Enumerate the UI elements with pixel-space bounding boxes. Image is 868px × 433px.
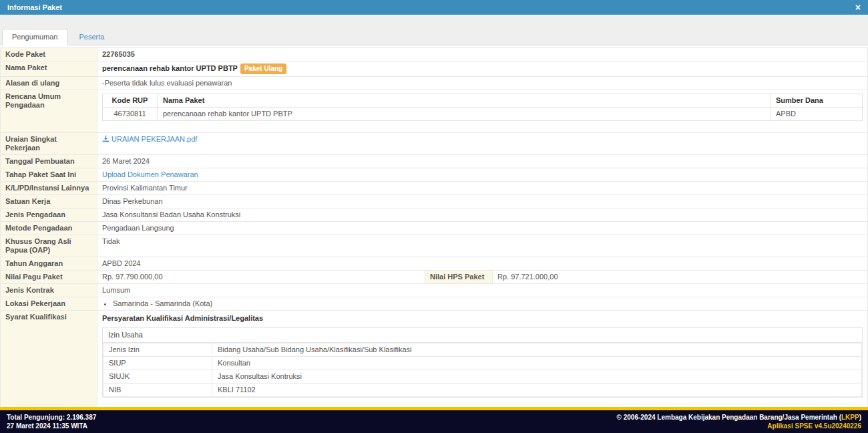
tahap-paket-link[interactable]: Upload Dokumen Penawaran bbox=[102, 170, 198, 178]
rup-header-row: Kode RUP Nama Paket Sumber Dana bbox=[103, 94, 863, 108]
modal-title: Informasi Paket bbox=[7, 3, 62, 11]
jenis-kontrak-value: Lumsum bbox=[97, 284, 868, 297]
tahap-label: Tahap Paket Saat Ini bbox=[1, 168, 97, 182]
row-jenis-kontrak: Jenis Kontrak Lumsum bbox=[1, 284, 868, 297]
row-nilai-paket: Nilai Pagu Paket Rp. 97.790.000,00 Nilai… bbox=[1, 271, 868, 284]
tab-peserta[interactable]: Peserta bbox=[69, 29, 115, 45]
row-lokasi-pekerjaan: Lokasi Pekerjaan Samarinda - Samarinda (… bbox=[1, 297, 868, 311]
rup-table: Kode RUP Nama Paket Sumber Dana 46730811… bbox=[102, 94, 863, 121]
rup-sumber-value: APBD bbox=[771, 108, 863, 121]
footer-datetime: 27 Maret 2024 11:35 WITA bbox=[7, 422, 96, 430]
row-kode-paket: Kode Paket 22765035 bbox=[1, 48, 868, 61]
klpd-label: K/L/PD/Instansi Lainnya bbox=[1, 182, 97, 195]
row-satuan-kerja: Satuan Kerja Dinas Perkebunan bbox=[1, 195, 868, 208]
row-tahap-paket: Tahap Paket Saat Ini Upload Dokumen Pena… bbox=[1, 168, 868, 182]
row-syarat-kualifikasi: Syarat Kualifikasi Persyaratan Kualifika… bbox=[1, 311, 868, 408]
metode-label: Metode Pengadaan bbox=[1, 222, 97, 235]
izin-row-nib: NIB KBLI 71102 bbox=[103, 384, 862, 397]
copyright-close: ) bbox=[859, 414, 861, 421]
jenis-kontrak-label: Jenis Kontrak bbox=[1, 284, 97, 297]
nama-paket-label: Nama Paket bbox=[1, 61, 97, 77]
izin-usaha-title: Izin Usaha bbox=[103, 328, 862, 343]
nama-paket-value: perencanaan rehab kantor UPTD PBTP bbox=[102, 64, 238, 72]
rup-header-kode: Kode RUP bbox=[103, 94, 158, 108]
rup-kode-value: 46730811 bbox=[103, 108, 158, 121]
izin-siujk-value: Jasa Konsultasi Kontruksi bbox=[212, 370, 862, 384]
tab-pengumuman[interactable]: Pengumuman bbox=[2, 29, 68, 45]
footer-copyright: © 2006-2024 Lembaga Kebijakan Pengadaan … bbox=[617, 413, 861, 422]
tahun-label: Tahun Anggaran bbox=[1, 257, 97, 271]
klpd-value: Provinsi Kalimantan Timur bbox=[97, 182, 868, 195]
rup-label: Rencana Umum Pengadaan bbox=[1, 90, 97, 133]
kode-paket-label: Kode Paket bbox=[1, 48, 97, 61]
uraian-pekerjaan-link[interactable]: URAIAN PEKERJAAN.pdf bbox=[102, 135, 197, 143]
copyright-text: © 2006-2024 Lembaga Kebijakan Pengadaan … bbox=[617, 414, 841, 421]
package-info-table: Kode Paket 22765035 Nama Paket perencana… bbox=[0, 47, 868, 407]
nilai-pagu-value: Rp. 97.790.000,00 bbox=[97, 271, 425, 284]
izin-nib-value: KBLI 71102 bbox=[212, 384, 862, 397]
kode-paket-value: 22765035 bbox=[97, 48, 868, 61]
row-tanggal-pembuatan: Tanggal Pembuatan 26 Maret 2024 bbox=[1, 155, 868, 168]
row-metode-pengadaan: Metode Pengadaan Pengadaan Langsung bbox=[1, 222, 868, 235]
modal-header: Informasi Paket × bbox=[0, 0, 868, 15]
lkpp-link[interactable]: LKPP bbox=[841, 414, 859, 421]
uraian-cell: URAIAN PEKERJAAN.pdf bbox=[97, 133, 868, 155]
jenis-pengadaan-value: Jasa Konsultansi Badan Usaha Konstruksi bbox=[97, 208, 868, 222]
satuan-kerja-value: Dinas Perkebunan bbox=[97, 195, 868, 208]
satuan-kerja-label: Satuan Kerja bbox=[1, 195, 97, 208]
rup-cell: Kode RUP Nama Paket Sumber Dana 46730811… bbox=[97, 90, 868, 133]
rup-nama-value: perencanaan rehab kantor UPTD PBTP bbox=[158, 108, 771, 121]
alasan-value: -Peserta tidak lulus evaluasi penawaran bbox=[97, 77, 868, 90]
izin-siup-value: Konsultan bbox=[212, 357, 862, 370]
close-icon[interactable]: × bbox=[855, 3, 861, 12]
lokasi-cell: Samarinda - Samarinda (Kota) bbox=[97, 297, 868, 311]
izin-row-siujk: SIUJK Jasa Konsultasi Kontruksi bbox=[103, 370, 862, 384]
izin-usaha-box: Izin Usaha Jenis Izin Bidang Usaha/Sub B… bbox=[102, 327, 863, 398]
kualifikasi-heading: Persyaratan Kualifikasi Administrasi/Leg… bbox=[102, 314, 863, 323]
download-icon bbox=[102, 135, 110, 142]
row-klpd: K/L/PD/Instansi Lainnya Provinsi Kaliman… bbox=[1, 182, 868, 195]
alasan-label: Alasan di ulang bbox=[1, 77, 97, 90]
izin-header-bidang: Bidang Usaha/Sub Bidang Usaha/Klasifikas… bbox=[212, 343, 862, 357]
footer-left: Total Pengunjung: 2.196.387 27 Maret 202… bbox=[7, 413, 96, 433]
app-version: Aplikasi SPSE v4.5u20240226 bbox=[617, 422, 861, 430]
nilai-pagu-label: Nilai Pagu Paket bbox=[1, 271, 97, 284]
uraian-label: Uraian Singkat Pekerjaan bbox=[1, 133, 97, 155]
rup-header-sumber: Sumber Dana bbox=[771, 94, 863, 108]
nilai-hps-value: Rp. 97.721.000,00 bbox=[493, 271, 868, 284]
izin-siup-label: SIUP bbox=[103, 357, 212, 370]
row-uraian-singkat: Uraian Singkat Pekerjaan URAIAN PEKERJAA… bbox=[1, 133, 868, 155]
izin-header-row: Jenis Izin Bidang Usaha/Sub Bidang Usaha… bbox=[103, 343, 862, 357]
row-nama-paket: Nama Paket perencanaan rehab kantor UPTD… bbox=[1, 61, 868, 77]
izin-header-jenis: Jenis Izin bbox=[103, 343, 212, 357]
lokasi-value: Samarinda - Samarinda (Kota) bbox=[113, 299, 863, 308]
row-alasan-diulang: Alasan di ulang -Peserta tidak lulus eva… bbox=[1, 77, 868, 90]
row-rencana-umum-pengadaan: Rencana Umum Pengadaan Kode RUP Nama Pak… bbox=[1, 90, 868, 133]
tanggal-value: 26 Maret 2024 bbox=[97, 155, 868, 168]
nilai-hps-label: Nilai HPS Paket bbox=[425, 271, 493, 284]
row-oap: Khusus Orang Asli Papua (OAP) Tidak bbox=[1, 235, 868, 257]
izin-table: Jenis Izin Bidang Usaha/Sub Bidang Usaha… bbox=[103, 343, 862, 397]
row-tahun-anggaran: Tahun Anggaran APBD 2024 bbox=[1, 257, 868, 271]
lokasi-label: Lokasi Pekerjaan bbox=[1, 297, 97, 311]
metode-value: Pengadaan Langsung bbox=[97, 222, 868, 235]
package-info-panel: Kode Paket 22765035 Nama Paket perencana… bbox=[0, 45, 868, 407]
footer: Total Pengunjung: 2.196.387 27 Maret 202… bbox=[0, 410, 868, 433]
tab-strip: Pengumuman Peserta bbox=[2, 29, 116, 45]
tanggal-label: Tanggal Pembuatan bbox=[1, 155, 97, 168]
oap-value: Tidak bbox=[97, 235, 868, 257]
rup-header-nama: Nama Paket bbox=[158, 94, 771, 108]
row-jenis-pengadaan: Jenis Pengadaan Jasa Konsultansi Badan U… bbox=[1, 208, 868, 222]
nama-paket-cell: perencanaan rehab kantor UPTD PBTPPaket … bbox=[97, 61, 868, 77]
syarat-label: Syarat Kualifikasi bbox=[1, 311, 97, 408]
paket-ulang-badge: Paket Ulang bbox=[240, 63, 286, 74]
tab-bar: Pengumuman Peserta bbox=[0, 15, 868, 45]
visitor-count: Total Pengunjung: 2.196.387 bbox=[7, 413, 96, 422]
footer-right: © 2006-2024 Lembaga Kebijakan Pengadaan … bbox=[617, 413, 861, 433]
tahap-cell: Upload Dokumen Penawaran bbox=[97, 168, 868, 182]
izin-siujk-label: SIUJK bbox=[103, 370, 212, 384]
izin-row-siup: SIUP Konsultan bbox=[103, 357, 862, 370]
jenis-pengadaan-label: Jenis Pengadaan bbox=[1, 208, 97, 222]
oap-label: Khusus Orang Asli Papua (OAP) bbox=[1, 235, 97, 257]
tahun-value: APBD 2024 bbox=[97, 257, 868, 271]
